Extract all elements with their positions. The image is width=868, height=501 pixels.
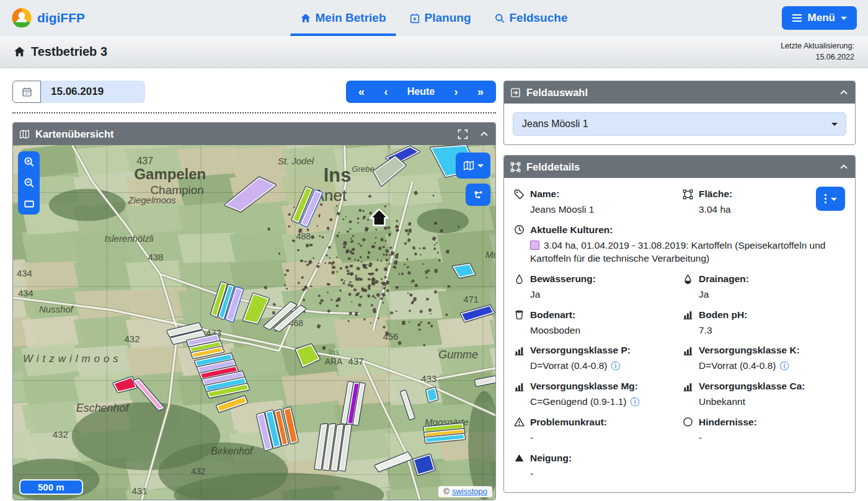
- nav-item-planung[interactable]: Planung: [410, 0, 471, 36]
- nav-item-feldsuche[interactable]: Feldsuche: [495, 0, 568, 36]
- map-label: 433: [421, 373, 436, 384]
- map-label: Grebe: [352, 164, 374, 174]
- detail-value: -: [530, 467, 676, 481]
- detail-boden-ph: Boden pH:7.3: [683, 305, 845, 341]
- menu-label: Menü: [808, 12, 835, 24]
- nav-label: Feldsuche: [510, 11, 568, 25]
- today-button[interactable]: Heute: [405, 87, 437, 97]
- map-label: 437: [348, 356, 364, 366]
- farm-title-text: Testbetrieb 3: [31, 45, 107, 59]
- detail-value: 7.3: [699, 324, 845, 337]
- detail-label: Neigung:: [530, 453, 572, 464]
- felddetails-header: Felddetails: [504, 156, 855, 178]
- map-icon: [19, 129, 30, 140]
- detail-value: -: [530, 431, 676, 445]
- detail-label: Versorgungsklasse P:: [530, 345, 631, 356]
- culture-color-swatch: [530, 241, 539, 250]
- detail-value: C=Genügend (0.9-1.1)ⓘ: [530, 395, 676, 409]
- info-icon[interactable]: ⓘ: [631, 396, 640, 407]
- next-button[interactable]: ›: [452, 86, 461, 97]
- detail-value: Jeans Möosli 1: [530, 203, 676, 216]
- map-forest: [49, 189, 126, 221]
- chart-icon: [683, 381, 693, 392]
- detail-hindernisse: Hindernisse:-: [683, 412, 845, 448]
- map-parcel-texture: [229, 233, 291, 264]
- map-label: 437: [136, 156, 153, 166]
- zoom-out-icon[interactable]: [24, 177, 35, 188]
- polygon-icon: [683, 189, 693, 200]
- zoom-in-icon[interactable]: [24, 156, 35, 167]
- detail-drainagen: Drainagen:Ja: [683, 269, 845, 305]
- caret-down-icon: [841, 17, 847, 23]
- detail-bodenart: Bodenart:Moosboden: [514, 305, 676, 341]
- nav-item-mein-betrieb[interactable]: Mein Betrieb: [301, 0, 386, 36]
- detail-label: Versorgungsklasse Mg:: [530, 381, 638, 392]
- map-label: Witzwilmoos: [23, 353, 122, 365]
- calendar-plus-icon: [410, 13, 420, 24]
- map-label: Islerenhölzli: [105, 233, 154, 244]
- map-label: Nusshof: [39, 304, 74, 314]
- main-nav: Mein Betrieb Planung Feldsuche: [301, 0, 568, 36]
- felddetails-card: Felddetails Name:Jeans Möosli 1Fläc: [503, 155, 856, 493]
- field-select[interactable]: Jeans Möosli 1: [513, 112, 846, 136]
- detail-value: D=Vorrat (0.4-0.8)ⓘ: [699, 359, 845, 373]
- map-label: 432: [191, 466, 206, 476]
- map-parcel-texture: [74, 260, 135, 293]
- svg-text:17: 17: [25, 91, 30, 95]
- draw-polygon-button[interactable]: [466, 184, 490, 206]
- detail-label: Boden pH:: [699, 309, 747, 321]
- clock-icon: [514, 224, 525, 235]
- detail-label: Bewässerung:: [530, 273, 596, 285]
- skip-first-button[interactable]: «: [356, 86, 367, 97]
- collapse-chevron-icon[interactable]: [839, 162, 849, 172]
- prev-button[interactable]: ‹: [381, 86, 390, 97]
- collapse-chevron-icon[interactable]: [479, 129, 489, 139]
- skip-last-button[interactable]: »: [475, 86, 486, 97]
- fullscreen-icon[interactable]: [458, 129, 468, 140]
- map-label: St. Jodel: [278, 156, 314, 166]
- map-label: Gampelen: [134, 166, 206, 182]
- collapse-chevron-icon[interactable]: [839, 87, 849, 97]
- date-input[interactable]: 15.06.2019: [41, 81, 145, 103]
- layers-button[interactable]: [456, 153, 490, 179]
- nav-label: Mein Betrieb: [316, 11, 386, 25]
- kebab-icon: [824, 193, 827, 204]
- detail-label: Versorgungsklasse K:: [699, 345, 800, 356]
- brand[interactable]: digiFFP: [11, 7, 85, 29]
- caret-down-icon: [831, 198, 837, 204]
- detail-problemunkraut: Problemunkraut:-: [514, 412, 676, 448]
- detail-value: Unbekannt: [699, 395, 845, 409]
- date-toolbar: 17 15.06.2019 « ‹ Heute › »: [12, 81, 496, 103]
- droplet-icon: [514, 274, 525, 285]
- basemap[interactable]: 437GampelenChampionZiegelmoosIslerenhölz…: [13, 145, 495, 500]
- info-icon[interactable]: ⓘ: [611, 360, 620, 371]
- caret-down-icon: [831, 123, 838, 129]
- last-update-date: 15.06.2022: [781, 52, 854, 63]
- detail-value: D=Vorrat (0.4-0.8)ⓘ: [530, 359, 676, 373]
- field-select-value: Jeans Möosli 1: [522, 118, 588, 130]
- tag-icon: [514, 189, 525, 200]
- map-label: Ziegelmoos: [128, 195, 177, 205]
- warning-icon: [514, 417, 525, 427]
- field-polygon[interactable]: [427, 388, 437, 402]
- detail-label: Fläche:: [699, 188, 732, 200]
- calendar-button[interactable]: 17: [12, 81, 41, 103]
- map-label: Birkenhof: [211, 446, 254, 456]
- caret-down-icon: [477, 164, 484, 171]
- zoom-extent-icon[interactable]: [24, 198, 35, 210]
- farm-title: Testbetrieb 3: [14, 45, 107, 59]
- map-label: 438: [148, 252, 163, 262]
- map-label: ARA: [325, 357, 343, 366]
- feldauswahl-title: Feldauswahl: [526, 87, 588, 99]
- map-viewport[interactable]: 437GampelenChampionZiegelmoosIslerenhölz…: [13, 145, 495, 500]
- polygon-icon: [510, 162, 521, 172]
- chart-icon: [514, 345, 525, 356]
- field-actions-button[interactable]: [816, 187, 845, 211]
- box-arrow-icon: [510, 87, 521, 98]
- swisstopo-link[interactable]: swisstopo: [452, 487, 487, 496]
- info-icon[interactable]: ⓘ: [779, 360, 789, 371]
- map-label: Ins: [329, 347, 340, 357]
- circle-icon: [683, 417, 693, 427]
- hamburger-icon: [792, 14, 802, 22]
- menu-button[interactable]: Menü: [782, 6, 857, 30]
